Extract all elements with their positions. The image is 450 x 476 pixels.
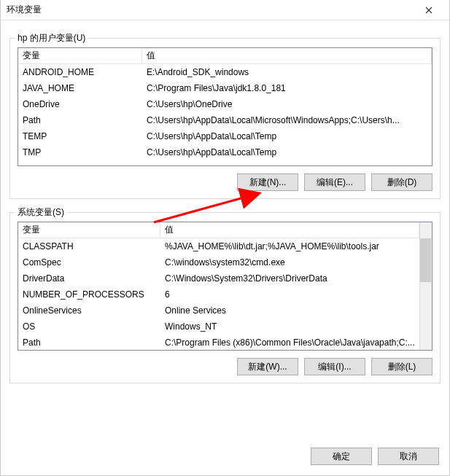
close-button[interactable] bbox=[414, 0, 443, 20]
user-vars-group: hp 的用户变量(U) 变量 值 ANDROID_HOME E:\Android… bbox=[9, 38, 441, 199]
user-vars-group-label: hp 的用户变量(U) bbox=[15, 32, 88, 44]
dialog-footer: 确定 取消 bbox=[1, 440, 449, 475]
table-row[interactable]: NUMBER_OF_PROCESSORS 6 bbox=[18, 286, 432, 303]
dialog-content: hp 的用户变量(U) 变量 值 ANDROID_HOME E:\Android… bbox=[1, 20, 449, 440]
window-title: 环境变量 bbox=[7, 4, 414, 16]
sys-new-button[interactable]: 新建(W)... bbox=[237, 358, 298, 375]
table-row[interactable]: Path C:\Users\hp\AppData\Local\Microsoft… bbox=[18, 112, 432, 128]
table-row[interactable]: TMP C:\Users\hp\AppData\Local\Temp bbox=[18, 144, 432, 160]
sys-edit-button[interactable]: 编辑(I)... bbox=[304, 358, 365, 375]
user-edit-button[interactable]: 编辑(E)... bbox=[304, 173, 365, 191]
col-header-name[interactable]: 变量 bbox=[18, 48, 142, 63]
col-header-value[interactable]: 值 bbox=[160, 222, 419, 238]
sys-vars-header: 变量 值 bbox=[18, 222, 432, 238]
user-vars-buttons: 新建(N)... 编辑(E)... 删除(D) bbox=[18, 173, 432, 191]
cancel-button[interactable]: 取消 bbox=[378, 448, 439, 465]
titlebar: 环境变量 bbox=[1, 0, 449, 20]
close-icon bbox=[425, 7, 432, 14]
sys-delete-button[interactable]: 删除(L) bbox=[371, 358, 432, 375]
sys-vars-scrollbar[interactable] bbox=[419, 222, 432, 350]
table-row[interactable]: OS Windows_NT bbox=[18, 319, 432, 335]
user-new-button[interactable]: 新建(N)... bbox=[237, 173, 298, 191]
scrollbar-thumb[interactable] bbox=[420, 238, 431, 282]
table-row[interactable]: OnlineServices Online Services bbox=[18, 303, 432, 319]
col-header-name[interactable]: 变量 bbox=[18, 222, 160, 238]
table-row[interactable]: ANDROID_HOME E:\Android_SDK_windows bbox=[18, 64, 432, 80]
table-row[interactable]: TEMP C:\Users\hp\AppData\Local\Temp bbox=[18, 128, 432, 144]
table-row[interactable]: DriverData C:\Windows\System32\Drivers\D… bbox=[18, 270, 432, 286]
table-row[interactable]: JAVA_HOME C:\Program Files\Java\jdk1.8.0… bbox=[18, 80, 432, 96]
env-vars-dialog: 环境变量 hp 的用户变量(U) 变量 值 ANDROID_HOME E:\An… bbox=[0, 0, 450, 476]
table-row[interactable]: CLASSPATH %JAVA_HOME%\lib\dt.jar;%JAVA_H… bbox=[18, 238, 432, 254]
sys-vars-group-label: 系统变量(S) bbox=[15, 206, 67, 219]
user-vars-list[interactable]: 变量 值 ANDROID_HOME E:\Android_SDK_windows… bbox=[18, 47, 432, 166]
col-header-value[interactable]: 值 bbox=[142, 48, 432, 63]
sys-vars-group: 系统变量(S) 变量 值 CLASSPATH %JAVA_HOME%\lib\d… bbox=[9, 212, 441, 383]
table-row[interactable]: Path C:\Program Files (x86)\Common Files… bbox=[18, 335, 432, 351]
user-delete-button[interactable]: 删除(D) bbox=[371, 173, 432, 191]
sys-vars-buttons: 新建(W)... 编辑(I)... 删除(L) bbox=[18, 358, 432, 375]
user-vars-header: 变量 值 bbox=[18, 48, 432, 64]
sys-vars-list[interactable]: 变量 值 CLASSPATH %JAVA_HOME%\lib\dt.jar;%J… bbox=[18, 222, 432, 351]
table-row[interactable]: ComSpec C:\windows\system32\cmd.exe bbox=[18, 254, 432, 270]
table-row[interactable]: OneDrive C:\Users\hp\OneDrive bbox=[18, 96, 432, 112]
ok-button[interactable]: 确定 bbox=[311, 448, 372, 465]
